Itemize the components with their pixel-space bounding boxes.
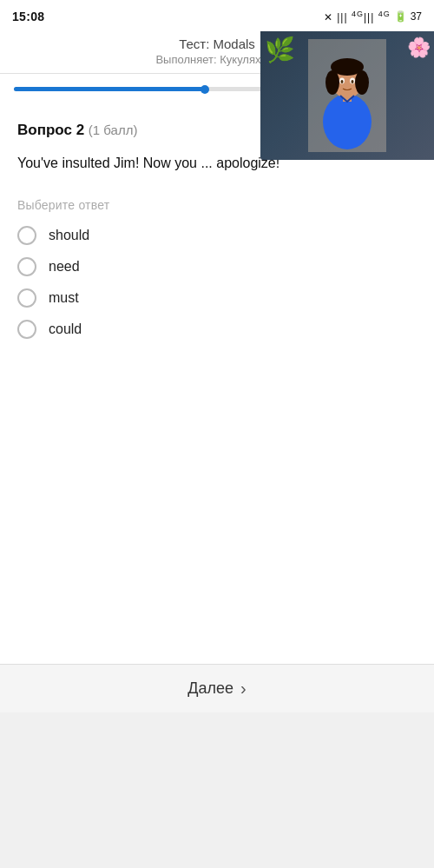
option-item-could[interactable]: could — [17, 320, 417, 339]
bottom-navigation: Далее › — [0, 664, 434, 712]
radio-could[interactable] — [17, 320, 36, 339]
progress-fill — [14, 87, 205, 91]
radio-must[interactable] — [17, 288, 36, 308]
battery-icon: 🔋 — [394, 10, 407, 23]
next-chevron-icon: › — [240, 679, 247, 699]
svg-point-6 — [355, 70, 369, 95]
next-button-label: Далее — [187, 679, 233, 698]
progress-dot — [201, 85, 209, 94]
radio-need[interactable] — [17, 257, 36, 276]
svg-point-5 — [326, 70, 339, 95]
option-label-need: need — [49, 259, 80, 275]
video-overlay[interactable]: 🌿 🌸 — [260, 31, 434, 160]
options-list: should need must could — [17, 226, 417, 339]
signal-icons: ✕ ||| 4G||| 4G — [324, 10, 391, 23]
status-bar: 15:08 ✕ ||| 4G||| 4G 🔋 37 — [0, 0, 434, 31]
status-time: 15:08 — [12, 10, 44, 23]
radio-should[interactable] — [17, 226, 36, 245]
video-player[interactable]: 🌿 🌸 — [260, 31, 434, 160]
question-points: (1 балл) — [89, 123, 138, 137]
svg-point-10 — [352, 80, 354, 83]
option-label-must: must — [49, 290, 79, 306]
option-item-must[interactable]: must — [17, 288, 417, 308]
next-button[interactable]: Далее › — [187, 679, 246, 699]
question-number: Вопрос 2 — [17, 122, 84, 138]
option-item-need[interactable]: need — [17, 257, 417, 276]
answer-prompt: Выберите ответ — [17, 198, 417, 212]
battery-level: 37 — [411, 10, 422, 23]
video-person — [308, 39, 386, 152]
option-item-should[interactable]: should — [17, 226, 417, 245]
option-label-should: should — [49, 228, 89, 243]
status-icons: ✕ ||| 4G||| 4G 🔋 37 — [324, 10, 422, 23]
plant-decoration: 🌿 — [265, 36, 295, 64]
plant-right: 🌸 — [407, 36, 431, 59]
svg-point-9 — [341, 80, 344, 83]
option-label-could: could — [49, 321, 82, 337]
question-card: Вопрос 2 (1 балл) You've insulted Jim! N… — [0, 104, 434, 712]
